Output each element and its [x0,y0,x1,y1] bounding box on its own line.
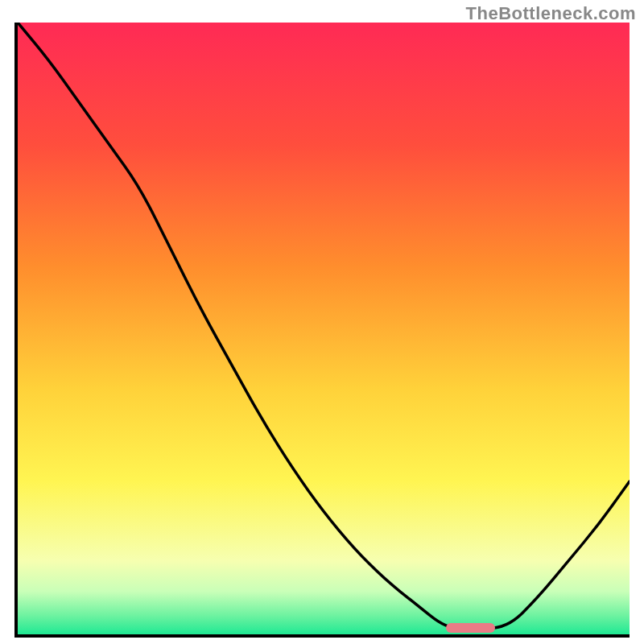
flat-region-marker [446,623,495,633]
bottleneck-curve [18,23,630,634]
attribution-label: TheBottleneck.com [466,3,636,24]
